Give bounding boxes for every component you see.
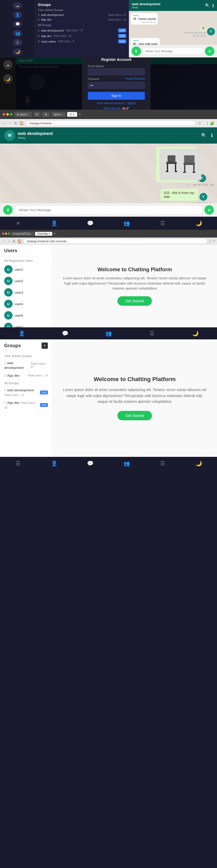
add-group-btn[interactable]: +: [42, 342, 48, 349]
modal-title: Register Account: [88, 57, 145, 62]
signin-button[interactable]: Sign In: [88, 92, 145, 100]
user-item-1[interactable]: U user1: [0, 264, 52, 275]
users-list-panel: Users All Registered Users U user1 U use…: [0, 245, 52, 328]
nav-groups-s5[interactable]: 👥: [121, 460, 132, 467]
forward-btn[interactable]: →: [8, 121, 12, 125]
nav-moon[interactable]: 🌙: [194, 219, 204, 227]
sidebar-icon-moon[interactable]: 🌙: [13, 48, 22, 55]
tab-apsin2[interactable]: apsin...: [51, 112, 65, 117]
forward-s4[interactable]: →: [7, 239, 11, 243]
back-s4[interactable]: ←: [2, 239, 6, 243]
bookmark-icon[interactable]: 📑: [204, 121, 208, 125]
nav-list-s4[interactable]: ☰: [147, 330, 157, 337]
user-item-4[interactable]: U user4: [0, 298, 52, 310]
nav-chat[interactable]: 💬: [85, 219, 96, 227]
url-bar-s4[interactable]: [23, 239, 207, 244]
tab-circle[interactable]: ⊕: [42, 112, 50, 117]
sidebar-icon-menu[interactable]: ☰: [13, 39, 22, 46]
min-s4[interactable]: [5, 232, 7, 235]
new-tab-btn[interactable]: +: [79, 112, 81, 117]
all-group-2[interactable]: 2 App dev Total Users : 10 Link: [38, 33, 126, 39]
nav-moon-s4[interactable]: 🌙: [190, 330, 200, 337]
joined-group-1[interactable]: 1 web development Total Users : 27: [38, 12, 126, 17]
email-input[interactable]: [88, 68, 145, 75]
tab-s[interactable]: S: [33, 112, 40, 117]
user-item-3[interactable]: U user3: [0, 287, 52, 298]
message-input-s1[interactable]: [142, 48, 204, 54]
back-btn[interactable]: ←: [3, 121, 6, 125]
new-tab-s4[interactable]: +: [53, 231, 56, 236]
min-btn[interactable]: [6, 113, 9, 116]
get-started-btn-s5[interactable]: Get Started: [117, 411, 152, 420]
nav-user-s4[interactable]: 👤: [17, 330, 27, 337]
star-icon[interactable]: ☆: [198, 121, 201, 125]
signup-link[interactable]: SignUp: [127, 102, 136, 105]
search-icon-s1[interactable]: 🔍: [205, 3, 210, 8]
sidebar-icon-groups[interactable]: 👥: [13, 30, 22, 37]
user-item-5[interactable]: U user6: [0, 310, 52, 321]
user-item-6[interactable]: U user7: [0, 321, 52, 328]
all-group-3[interactable]: 3 react native Total Users : 5 Link: [38, 39, 126, 44]
all-group-1[interactable]: 1 web development Total Users : 27 Link: [38, 28, 126, 33]
svg-rect-4: [166, 171, 168, 172]
sidebar-icon-home[interactable]: ☁: [13, 2, 22, 9]
nav-chat-s4[interactable]: 💬: [60, 330, 70, 337]
tab-apsinq[interactable]: ⊕ apsinq/Chat...: [11, 232, 34, 236]
close-tab-icon[interactable]: ×: [49, 232, 51, 235]
get-started-btn-s4[interactable]: Get Started: [117, 296, 152, 306]
attach-btn-s3[interactable]: ⬆: [3, 205, 12, 215]
s2-icon-1[interactable]: ☁: [3, 60, 12, 69]
attach-button-s1[interactable]: ⬆: [132, 46, 141, 56]
all-group-s5-1[interactable]: 1 web development Total Users - 27 Link: [0, 386, 52, 399]
tab-chatapp[interactable]: C ×: [67, 112, 77, 117]
nav-groups[interactable]: 👥: [121, 219, 132, 227]
message-input-s3[interactable]: [15, 206, 202, 214]
all-group-s5-2[interactable]: 2 App dev Total Users - 10 Link: [0, 399, 52, 411]
tab-chatapp-s4[interactable]: Chat App ×: [35, 232, 52, 236]
bubble-text: 103 - this is from my side: [161, 189, 198, 201]
close-s4[interactable]: [2, 232, 4, 235]
nav-list-s5[interactable]: ☰: [157, 460, 168, 467]
nav-hamburger-s5[interactable]: ☰: [13, 460, 23, 467]
home-s4[interactable]: 🏠: [17, 239, 22, 243]
nav-close[interactable]: ✕: [13, 219, 23, 227]
link-btn-1[interactable]: Link: [118, 28, 126, 32]
joined-group-s5-2[interactable]: 2 App dev Total Users - 10: [0, 371, 52, 379]
nav-user[interactable]: 👤: [49, 219, 59, 227]
send-btn-s3[interactable]: ➤: [205, 205, 214, 215]
nav-chat-s5[interactable]: 💬: [85, 460, 96, 467]
refresh-btn[interactable]: ↻: [14, 121, 17, 125]
extensions-icon[interactable]: 🧩: [210, 121, 214, 125]
sidebar-icon-chat[interactable]: 💬: [13, 21, 22, 28]
user-item-2[interactable]: U user2: [0, 275, 52, 287]
nav-moon-s5[interactable]: 🌙: [194, 460, 204, 467]
link-s5-2[interactable]: Link: [40, 403, 48, 407]
max-btn[interactable]: [10, 113, 12, 116]
home-btn[interactable]: 🏠: [19, 121, 24, 125]
nav-list[interactable]: ☰: [157, 219, 168, 227]
nav-user-s5[interactable]: 👤: [49, 460, 59, 467]
s2-icon-2[interactable]: 🌙: [3, 74, 12, 84]
link-s5-1[interactable]: Link: [40, 391, 48, 395]
nav-groups-s4[interactable]: 👥: [103, 330, 114, 337]
link-btn-3[interactable]: Link: [118, 39, 126, 43]
joined-group-2[interactable]: 2 App dev Total Users : 10: [38, 17, 126, 22]
joined-group-s5-1[interactable]: 1 web development Total Users - 27: [0, 359, 52, 371]
star-s4[interactable]: ☆: [209, 239, 212, 243]
forgot-password-link[interactable]: Forgot Password: [125, 77, 145, 80]
refresh-s4[interactable]: ↻: [12, 239, 16, 243]
chat-header-s3: W web development Away 🔍 ℹ: [0, 127, 217, 144]
link-btn-2[interactable]: Link: [118, 34, 126, 38]
url-bar[interactable]: [26, 121, 196, 126]
extensions-s4[interactable]: T: [213, 239, 215, 243]
window-controls-s4: [2, 232, 10, 235]
info-icon-s1[interactable]: ℹ: [212, 3, 214, 8]
info-icon-chat[interactable]: ℹ: [211, 133, 213, 138]
close-btn[interactable]: [3, 113, 5, 116]
sidebar-icon-user[interactable]: 👤: [13, 11, 22, 18]
send-button-s1[interactable]: ➤: [205, 46, 214, 56]
search-icon-chat[interactable]: 🔍: [201, 133, 207, 138]
password-input[interactable]: [88, 82, 145, 89]
max-s4[interactable]: [8, 232, 10, 235]
tab-github[interactable]: ⊕ apsin...: [14, 112, 32, 117]
